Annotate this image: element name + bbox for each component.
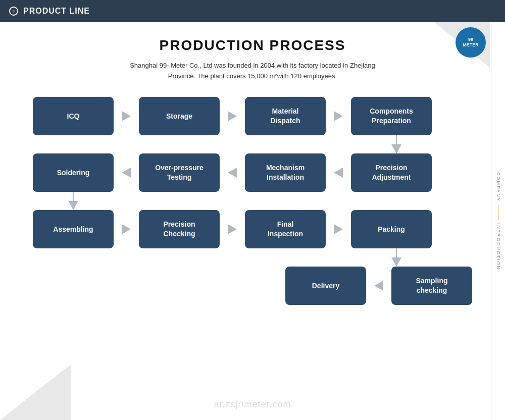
process-mechanism: Mechanism Installation	[245, 153, 326, 192]
process-precision-adj: Precision Adjustment	[351, 153, 432, 192]
bottom-decoration	[0, 364, 71, 420]
arrow-mechanism-overpressure	[220, 168, 245, 178]
arrow-down-2	[68, 201, 78, 210]
process-final-inspection: Final Inspection	[245, 210, 326, 248]
arrow-dispatch-components	[326, 111, 351, 121]
process-storage: Storage	[139, 97, 220, 135]
process-icq: ICQ	[33, 97, 114, 135]
process-overpressure: Over-pressure Testing	[139, 153, 220, 192]
arrow-assembling-precision	[114, 224, 139, 234]
process-row-4: Delivery Sampling checking	[33, 267, 472, 305]
arrow-sampling-delivery	[366, 281, 391, 291]
vert-conn-1	[33, 135, 432, 153]
arrow-precision-mechanism	[326, 168, 351, 178]
arrow-precision-final	[220, 224, 245, 234]
arrow-down-1	[391, 144, 401, 153]
header-icon: ○	[9, 7, 18, 16]
process-delivery: Delivery	[285, 267, 366, 305]
vert-conn-3	[33, 248, 432, 267]
production-process-title: PRODUCTION PROCESS	[20, 37, 485, 54]
vert-conn-2	[33, 192, 432, 210]
subtitle-line2: Province. The plant covers 15,000 m²with…	[168, 72, 337, 80]
arrow-icq-storage	[114, 111, 139, 121]
process-soldering: Soldering	[33, 153, 114, 192]
arrow-storage-dispatch	[220, 111, 245, 121]
main-content: PRODUCTION PROCESS Shanghai 99- Meter Co…	[0, 22, 505, 315]
arrow-down-3	[391, 257, 401, 267]
page-title: PRODUCT LINE	[23, 7, 90, 16]
watermark: ar.zsjrlmeter.com	[214, 399, 291, 410]
arrow-overpressure-soldering	[114, 168, 139, 178]
process-row-3: Assembling Precision Checking Final Insp…	[33, 210, 472, 248]
process-sampling: Sampling checking	[391, 267, 472, 305]
subtitle-line1: Shanghai 99- Meter Co., Ltd was founded …	[130, 62, 375, 69]
process-row-1: ICQ Storage Material Dispatch Components…	[33, 97, 472, 135]
page-header: ○ PRODUCT LINE	[0, 0, 505, 22]
process-diagram: ICQ Storage Material Dispatch Components…	[33, 97, 472, 305]
process-row-2: Soldering Over-pressure Testing Mechanis…	[33, 153, 472, 192]
arrow-final-packing	[326, 224, 351, 234]
description: Shanghai 99- Meter Co., Ltd was founded …	[20, 61, 485, 82]
process-precision-check: Precision Checking	[139, 210, 220, 248]
process-material-dispatch: Material Dispatch	[245, 97, 326, 135]
process-assembling: Assembling	[33, 210, 114, 248]
process-components-prep: Components Preparation	[351, 97, 432, 135]
process-packing: Packing	[351, 210, 432, 248]
